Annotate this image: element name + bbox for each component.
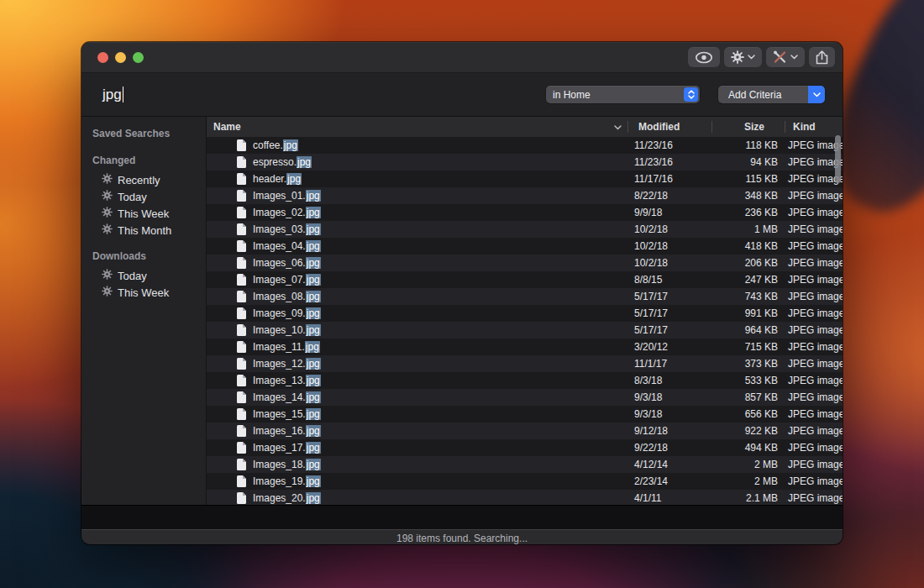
file-size: 2 MB xyxy=(711,459,785,470)
sidebar-item-today[interactable]: Today xyxy=(81,188,206,205)
file-modified: 9/12/18 xyxy=(627,425,711,437)
zoom-button[interactable] xyxy=(133,52,144,63)
file-row[interactable]: Images_20.jpg 4/1/11 2.1 MB JPEG image xyxy=(207,490,843,505)
file-row[interactable]: Images_11.jpg 3/20/12 715 KB JPEG image xyxy=(207,339,843,355)
file-size: 94 KB xyxy=(711,156,785,168)
add-criteria-button[interactable]: Add Criteria xyxy=(718,86,825,103)
file-modified: 9/9/18 xyxy=(627,207,711,218)
file-modified: 4/12/14 xyxy=(627,459,711,470)
search-scope-popup[interactable]: in Home xyxy=(546,86,700,103)
file-kind: JPEG image xyxy=(785,408,843,420)
file-kind: JPEG image xyxy=(785,358,843,370)
file-size: 964 KB xyxy=(711,324,785,336)
file-kind: JPEG image xyxy=(785,139,843,151)
file-modified: 5/17/17 xyxy=(627,291,711,302)
file-row[interactable]: Images_17.jpg 9/22/18 494 KB JPEG image xyxy=(207,439,843,456)
file-row[interactable]: header.jpg 11/17/16 115 KB JPEG image xyxy=(207,171,843,187)
close-button[interactable] xyxy=(97,52,108,63)
sidebar-item-label: Today xyxy=(118,191,147,203)
file-size: 348 KB xyxy=(711,190,785,202)
search-match-highlight: jpg xyxy=(306,223,321,235)
file-row[interactable]: Images_13.jpg 8/3/18 533 KB JPEG image xyxy=(207,372,843,389)
search-match-highlight: jpg xyxy=(306,492,321,504)
jpeg-file-icon xyxy=(237,358,246,370)
file-modified: 9/3/18 xyxy=(627,391,711,403)
file-size: 115 KB xyxy=(711,173,785,185)
jpeg-file-icon xyxy=(237,240,246,252)
file-name: Images_17.jpg xyxy=(253,442,321,454)
file-name: Images_04.jpg xyxy=(253,240,321,252)
column-header-size[interactable]: Size xyxy=(711,117,785,137)
finder-search-window: jpg in Home Add Criteria Saved Searches … xyxy=(81,42,843,544)
jpeg-file-icon xyxy=(237,475,246,487)
file-name: coffee.jpg xyxy=(253,139,298,151)
file-row[interactable]: Images_10.jpg 5/17/17 964 KB JPEG image xyxy=(207,322,843,339)
sidebar-item-label: This Week xyxy=(118,286,169,299)
jpeg-file-icon xyxy=(237,257,246,269)
sidebar-item-this-week[interactable]: This Week xyxy=(81,284,206,301)
sidebar-item-this-week[interactable]: This Week xyxy=(81,205,206,222)
file-size: 2 MB xyxy=(711,475,785,487)
file-size: 533 KB xyxy=(711,375,785,386)
search-match-highlight: jpg xyxy=(286,173,302,185)
search-match-highlight: jpg xyxy=(306,274,321,286)
jpeg-file-icon xyxy=(237,492,246,504)
file-row[interactable]: Images_04.jpg 10/2/18 418 KB JPEG image xyxy=(207,238,843,255)
file-size: 743 KB xyxy=(711,291,785,302)
add-criteria-label: Add Criteria xyxy=(728,89,808,101)
file-row[interactable]: Images_06.jpg 10/2/18 206 KB JPEG image xyxy=(207,255,843,271)
search-query-text: jpg xyxy=(102,87,122,103)
search-input[interactable]: jpg xyxy=(102,87,546,103)
file-row[interactable]: coffee.jpg 11/23/16 118 KB JPEG image xyxy=(207,137,843,154)
smart-folder-gear-icon xyxy=(102,286,113,299)
file-modified: 8/22/18 xyxy=(627,190,711,202)
file-row[interactable]: Images_15.jpg 9/3/18 656 KB JPEG image xyxy=(207,406,843,423)
file-size: 494 KB xyxy=(711,442,785,454)
sidebar: Saved Searches ChangedRecentlyTodayThis … xyxy=(81,117,207,505)
file-row[interactable]: Images_14.jpg 9/3/18 857 KB JPEG image xyxy=(207,389,843,406)
sidebar-item-recently[interactable]: Recently xyxy=(81,171,206,188)
sidebar-item-this-month[interactable]: This Month xyxy=(81,222,206,239)
file-row[interactable]: Images_12.jpg 11/1/17 373 KB JPEG image xyxy=(207,355,843,372)
search-match-highlight: jpg xyxy=(306,375,321,386)
file-modified: 4/1/11 xyxy=(627,492,711,504)
file-modified: 10/2/18 xyxy=(627,223,711,235)
quick-look-button[interactable] xyxy=(688,47,720,67)
file-modified: 9/3/18 xyxy=(627,408,711,420)
column-header-kind[interactable]: Kind xyxy=(785,117,843,137)
file-row[interactable]: Images_07.jpg 8/8/15 247 KB JPEG image xyxy=(207,271,843,288)
file-row[interactable]: Images_01.jpg 8/22/18 348 KB JPEG image xyxy=(207,187,843,204)
desktop: jpg in Home Add Criteria Saved Searches … xyxy=(0,0,924,588)
file-row[interactable]: Images_02.jpg 9/9/18 236 KB JPEG image xyxy=(207,204,843,221)
file-row[interactable]: Images_03.jpg 10/2/18 1 MB JPEG image xyxy=(207,221,843,238)
jpeg-file-icon xyxy=(237,291,246,302)
file-name: espresso.jpg xyxy=(253,156,312,168)
share-button[interactable] xyxy=(809,47,835,67)
action-menu-button[interactable] xyxy=(724,47,762,67)
jpeg-file-icon xyxy=(237,274,246,286)
file-modified: 5/17/17 xyxy=(627,324,711,336)
file-row[interactable]: Images_18.jpg 4/12/14 2 MB JPEG image xyxy=(207,456,843,473)
file-row[interactable]: Images_09.jpg 5/17/17 991 KB JPEG image xyxy=(207,305,843,322)
file-size: 922 KB xyxy=(711,425,785,437)
vertical-scrollbar[interactable] xyxy=(835,135,841,183)
popup-stepper xyxy=(684,87,698,102)
status-bar: 198 items found. Searching... xyxy=(81,529,843,544)
file-modified: 8/8/15 xyxy=(627,274,711,286)
table-header: Name Modified Size Kind xyxy=(207,117,843,138)
file-row[interactable]: Images_08.jpg 5/17/17 743 KB JPEG image xyxy=(207,288,843,305)
minimize-button[interactable] xyxy=(115,52,126,63)
file-kind: JPEG image xyxy=(785,173,843,185)
file-kind: JPEG image xyxy=(785,442,843,454)
column-header-name[interactable]: Name xyxy=(207,117,627,137)
window-titlebar[interactable] xyxy=(81,42,843,73)
tools-menu-button[interactable] xyxy=(766,47,805,67)
column-header-modified[interactable]: Modified xyxy=(627,117,711,137)
file-kind: JPEG image xyxy=(785,324,843,336)
file-row[interactable]: Images_19.jpg 2/23/14 2 MB JPEG image xyxy=(207,473,843,490)
file-row[interactable]: espresso.jpg 11/23/16 94 KB JPEG image xyxy=(207,154,843,171)
file-size: 118 KB xyxy=(711,139,785,151)
sidebar-item-today[interactable]: Today xyxy=(81,267,206,284)
file-row[interactable]: Images_16.jpg 9/12/18 922 KB JPEG image xyxy=(207,423,843,439)
jpeg-file-icon xyxy=(237,324,246,336)
